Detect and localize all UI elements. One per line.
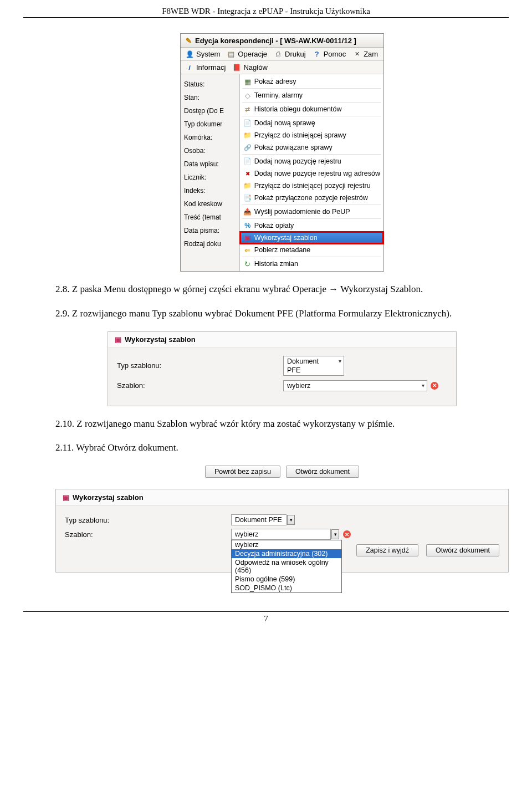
otworz-dokument-button[interactable]: Otwórz dokument <box>426 544 499 556</box>
new-record-icon <box>243 157 252 166</box>
template-icon <box>114 335 122 344</box>
menu-sep <box>242 218 381 219</box>
info-icon <box>185 63 194 72</box>
menu-system[interactable]: System <box>182 48 223 60</box>
label-rodzajdoku: Rodzaj doku <box>184 237 239 251</box>
edit-icon <box>184 36 193 45</box>
person-icon <box>185 50 194 59</box>
panel-title: Wykorzystaj szablon <box>125 335 196 344</box>
page-number: 7 <box>23 611 509 624</box>
figure-use-template-small: Wykorzystaj szablon Typ szablonu: Dokume… <box>55 331 509 406</box>
chevron-down-icon[interactable]: ▾ <box>331 529 339 539</box>
payments-icon <box>243 221 252 230</box>
template-icon <box>243 233 252 242</box>
deadline-icon <box>243 91 252 100</box>
label-stan: Stan: <box>184 91 239 104</box>
label-szablon: Szablon: <box>117 381 283 390</box>
option-pismo-599[interactable]: Pismo ogólne (599) <box>232 575 341 584</box>
option-decyzja-302[interactable]: Decyzja administracyjna (302) <box>232 549 341 558</box>
window-title: Edycja korespondencji - [ WS-AW.KW-0011/… <box>181 34 383 48</box>
history-icon <box>243 259 252 268</box>
mi-pokaz-sprawy[interactable]: Pokaż powiązane sprawy <box>240 141 383 154</box>
para-2-10: 2.10. Z rozwijanego manu Szablon wybrać … <box>55 417 509 431</box>
figure-return-open-buttons: Powrót bez zapisu Otwórz dokument <box>55 466 509 478</box>
label-tresc: Treść (temat <box>184 211 239 224</box>
print-icon <box>274 50 283 59</box>
new-record-x-icon <box>243 169 252 178</box>
mi-przylacz-sprawa[interactable]: Przyłącz do istniejącej sprawy <box>240 129 383 141</box>
menu-drukuj[interactable]: Drukuj <box>270 48 309 60</box>
label-typ-szablonu: Typ szablonu: <box>117 361 283 370</box>
label-datawpisu: Data wpisu: <box>184 157 239 171</box>
addresses-icon <box>243 77 252 86</box>
mi-wyslij-peup[interactable]: Wyślij powiadomienie do PeUP <box>240 206 383 218</box>
mi-pokaz-oplaty[interactable]: Pokaż opłaty <box>240 219 383 232</box>
menu-sep <box>242 116 381 116</box>
mi-pokaz-poz-rej[interactable]: Pokaż przyłączone pozycje rejestrów <box>240 192 383 204</box>
menu-sep <box>242 88 381 89</box>
select-szablon[interactable]: wybierz <box>283 380 427 391</box>
select-szablon[interactable]: wybierz▾ <box>231 529 331 540</box>
mi-pobierz-metadane[interactable]: Pobierz metadane <box>240 244 383 256</box>
clear-szablon-button[interactable]: ✕ <box>431 382 438 390</box>
mi-pokaz-adresy[interactable]: Pokaż adresy <box>240 75 383 88</box>
clear-szablon-button[interactable]: ✕ <box>343 530 351 538</box>
label-typdok: Typ dokumer <box>184 117 239 131</box>
tab-naglowek[interactable]: Nagłów <box>229 62 270 74</box>
menu-operacje[interactable]: Operacje <box>223 48 270 60</box>
label-osoba: Osoba: <box>184 144 239 157</box>
option-wybierz[interactable]: wybierz <box>232 540 341 549</box>
panel-header: Wykorzystaj szablon <box>108 332 456 348</box>
metadata-icon <box>243 246 252 254</box>
menu-sep <box>242 257 381 257</box>
linked-icon <box>243 143 252 152</box>
mi-historia-zmian[interactable]: Historia zmian <box>240 258 383 270</box>
para-2-9: 2.9. Z rozwijanego manu Typ szablonu wyb… <box>55 307 509 320</box>
select-typ-szablonu[interactable]: Dokument PFE▾ <box>231 514 287 525</box>
send-icon <box>243 207 252 216</box>
menu-zam[interactable]: Zam <box>349 48 381 60</box>
show-records-icon <box>243 193 252 202</box>
figure-edit-correspondence: Edycja korespondencji - [ WS-AW.KW-0011/… <box>55 33 509 272</box>
operacje-menu: Pokaż adresy Terminy, alarmy Historia ob… <box>239 74 383 271</box>
select-typ-szablonu[interactable]: Dokument PFE <box>283 356 344 376</box>
para-2-11: 2.11. Wybrać Otwórz dokument. <box>55 441 509 454</box>
menu-sep <box>242 205 381 205</box>
mi-nowa-sprawa[interactable]: Dodaj nową sprawę <box>240 117 383 129</box>
template-icon <box>62 493 70 502</box>
folder-icon <box>243 131 252 140</box>
label-indeks: Indeks: <box>184 184 239 197</box>
mi-terminy[interactable]: Terminy, alarmy <box>240 89 383 101</box>
book-icon <box>232 63 241 72</box>
otworz-dokument-button[interactable]: Otwórz dokument <box>286 466 359 478</box>
figure-use-template-expanded: Wykorzystaj szablon Typ szablonu: Dokume… <box>55 489 509 573</box>
menu-sep <box>242 154 381 155</box>
tab-informacje[interactable]: Informacj <box>182 62 229 74</box>
new-doc-icon <box>243 119 252 127</box>
label-typ-szablonu: Typ szablonu: <box>65 516 231 524</box>
attach-folder-icon <box>243 181 252 190</box>
menu-pomoc[interactable]: Pomoc <box>309 48 349 60</box>
label-dostep: Dostęp (Do E <box>184 104 239 117</box>
option-sod-pismo-ltc[interactable]: SOD_PISMO (Ltc) <box>232 584 341 592</box>
form-icon <box>227 50 236 59</box>
window-title-text: Edycja korespondencji - [ WS-AW.KW-0011/… <box>195 37 356 45</box>
help-icon <box>313 50 321 59</box>
tabs: Informacj Nagłów <box>181 61 383 74</box>
option-odpowiedz-456[interactable]: Odpowiedź na wniosek ogólny (456) <box>232 558 341 575</box>
szablon-dropdown-list: wybierz Decyzja administracyjna (302) Od… <box>231 540 342 593</box>
label-szablon: Szablon: <box>65 530 231 539</box>
zapisz-i-wyjdz-button[interactable]: Zapisz i wyjdź <box>356 544 418 556</box>
mi-przylacz-poz-rej[interactable]: Przyłącz do istniejącej pozycji rejestru <box>240 180 383 192</box>
mi-wykorzystaj-szablon[interactable]: Wykorzystaj szablon <box>240 232 383 244</box>
flow-history-icon <box>243 105 252 114</box>
powrot-bez-zapisu-button[interactable]: Powrót bez zapisu <box>205 466 280 478</box>
mi-nowa-poz-rej[interactable]: Dodaj nową pozycję rejestru <box>240 155 383 167</box>
mi-nowe-poz-wg-adr[interactable]: Dodaj nowe pozycje rejestru wg adresów <box>240 167 383 180</box>
para-2-8: 2.8. Z paska Menu dostępnego w górnej cz… <box>55 283 509 296</box>
mi-hist-obiegu[interactable]: Historia obiegu dokumentów <box>240 103 383 115</box>
left-field-labels: Status: Stan: Dostęp (Do E Typ dokumer K… <box>181 74 239 271</box>
close-icon <box>352 50 361 59</box>
label-licznik: Licznik: <box>184 171 239 184</box>
chevron-down-icon[interactable]: ▾ <box>287 515 295 525</box>
